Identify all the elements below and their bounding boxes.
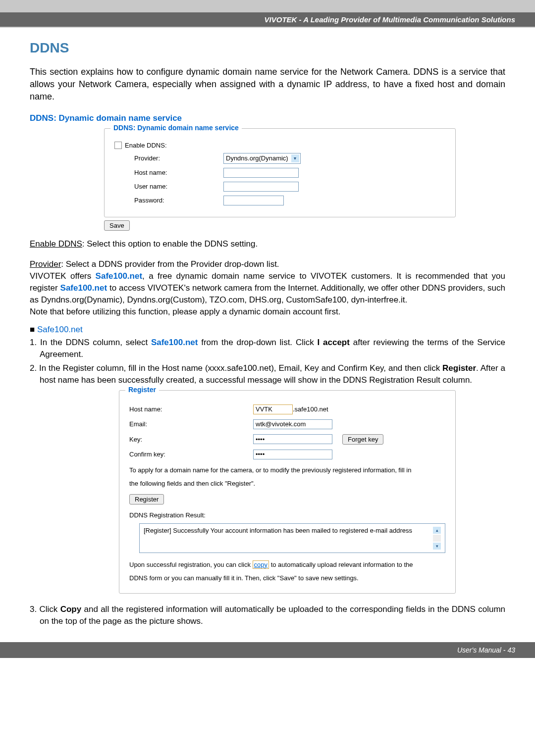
password-input[interactable] xyxy=(223,196,284,205)
register-fieldset: Register Host name: VVTK .safe100.net Em… xyxy=(119,390,456,594)
hostname-row: Host name: xyxy=(114,168,445,178)
result-box: [Register] Successfully Your account inf… xyxy=(139,523,445,553)
reg-key-input[interactable]: •••• xyxy=(253,434,332,444)
chevron-down-icon: ▾ xyxy=(291,154,299,162)
ddns-form-screenshot: DDNS: Dynamic domain name service Enable… xyxy=(104,128,456,231)
reg-footer-2: DDNS form or you can manually fill it in… xyxy=(129,572,445,584)
page-footer: User's Manual - 43 xyxy=(0,642,535,658)
register-legend: Register xyxy=(125,386,159,394)
username-input[interactable] xyxy=(223,182,299,192)
forget-key-button[interactable]: Forget key xyxy=(342,434,383,445)
scroll-track xyxy=(433,535,441,542)
provider-select[interactable]: Dyndns.org(Dynamic) ▾ xyxy=(223,153,301,164)
enable-ddns-row: Enable DDNS: xyxy=(114,142,445,149)
reg-desc-1: To apply for a domain name for the camer… xyxy=(129,464,445,476)
password-label: Password: xyxy=(114,197,223,204)
reg-email-label: Email: xyxy=(129,420,253,428)
ddns-fieldset: DDNS: Dynamic domain name service Enable… xyxy=(104,128,456,217)
top-band xyxy=(0,0,535,12)
result-text: [Register] Successfully Your account inf… xyxy=(144,527,412,534)
save-button[interactable]: Save xyxy=(104,220,130,231)
enable-ddns-term: Enable DDNS xyxy=(30,239,82,249)
password-row: Password: xyxy=(114,196,445,205)
provider-term: Provider xyxy=(30,259,61,269)
reg-email-input[interactable]: wtk@vivotek.com xyxy=(253,419,332,429)
header-title: VIVOTEK - A Leading Provider of Multimed… xyxy=(265,15,515,24)
provider-value: Dyndns.org(Dynamic) xyxy=(226,154,288,162)
step-3: 3. Click Copy and all the registered inf… xyxy=(30,604,505,627)
reg-hostname-label: Host name: xyxy=(129,405,253,413)
username-row: User name: xyxy=(114,182,445,192)
enable-ddns-label: Enable DDNS: xyxy=(125,142,167,149)
safe100-link-3: Safe100.net xyxy=(151,338,198,347)
copy-link[interactable]: copy xyxy=(253,560,269,569)
reg-email-row: Email: wtk@vivotek.com xyxy=(129,419,445,429)
reg-confirmkey-label: Confirm key: xyxy=(129,451,253,458)
enable-ddns-checkbox[interactable] xyxy=(114,142,122,149)
scroll-up-icon[interactable]: ▴ xyxy=(433,527,441,534)
subsection-title: DDNS: Dynamic domain name service xyxy=(30,113,505,123)
safe100-heading: ■ Safe100.net xyxy=(30,325,505,335)
reg-hostname-row: Host name: VVTK .safe100.net xyxy=(129,404,445,414)
hostname-suffix: .safe100.net xyxy=(293,405,328,413)
safe100-link: Safe100.net xyxy=(96,271,143,281)
intro-paragraph: This section explains how to configure d… xyxy=(30,66,505,103)
provider-description: Provider: Select a DDNS provider from th… xyxy=(30,258,505,317)
result-label: DDNS Registration Result: xyxy=(129,509,445,521)
step-1: 1. In the DDNS column, select Safe100.ne… xyxy=(30,337,505,360)
safe100-link-2: Safe100.net xyxy=(60,283,107,293)
scroll-down-icon[interactable]: ▾ xyxy=(433,543,441,550)
footer-text: User's Manual - 43 xyxy=(457,646,515,654)
reg-hostname-input[interactable]: VVTK xyxy=(253,404,293,414)
scrollbar[interactable]: ▴ ▾ xyxy=(433,527,441,550)
username-label: User name: xyxy=(114,183,223,190)
reg-key-row: Key: •••• Forget key xyxy=(129,434,445,445)
reg-confirmkey-input[interactable]: •••• xyxy=(253,450,332,459)
step-2: 2. In the Register column, fill in the H… xyxy=(30,362,505,386)
provider-label: Provider: xyxy=(114,154,223,162)
page-title: DDNS xyxy=(30,40,505,56)
enable-ddns-description: Enable DDNS: Select this option to enabl… xyxy=(30,238,505,250)
provider-row: Provider: Dyndns.org(Dynamic) ▾ xyxy=(114,153,445,164)
hostname-input[interactable] xyxy=(223,168,299,178)
reg-desc-2: the following fields and then click "Reg… xyxy=(129,478,445,489)
reg-footer-1: Upon successful registration, you can cl… xyxy=(129,559,445,570)
reg-key-label: Key: xyxy=(129,436,253,443)
register-form-screenshot: Register Host name: VVTK .safe100.net Em… xyxy=(119,390,456,594)
content-area: DDNS This section explains how to config… xyxy=(0,40,535,642)
hostname-label: Host name: xyxy=(114,169,223,176)
header-divider xyxy=(0,27,535,28)
reg-confirmkey-row: Confirm key: •••• xyxy=(129,450,445,459)
ddns-legend: DDNS: Dynamic domain name service xyxy=(110,124,242,132)
register-button[interactable]: Register xyxy=(129,494,164,504)
header-bar: VIVOTEK - A Leading Provider of Multimed… xyxy=(0,12,535,27)
